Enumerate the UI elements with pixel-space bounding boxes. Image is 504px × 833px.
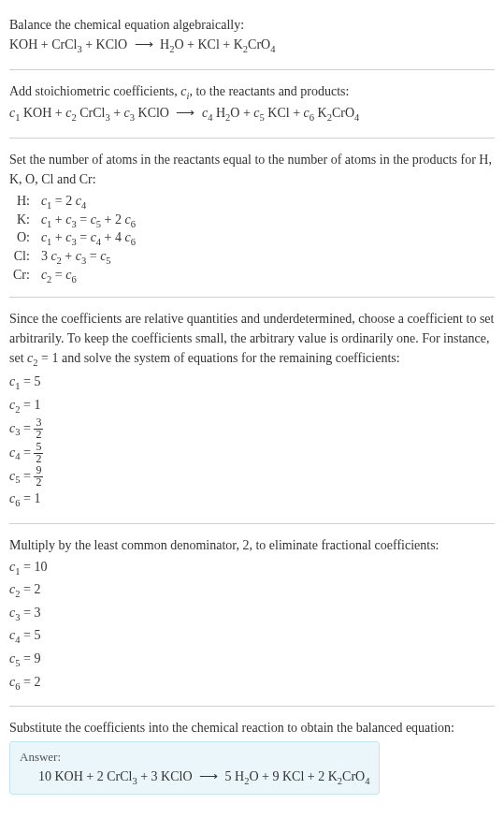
atom-balance-table: H: c1 = 2 c4 K: c1 + c3 = c5 + 2 c6 O: c… xyxy=(9,193,139,285)
section-multiply: Multiply by the least common denominator… xyxy=(9,528,495,703)
section-solve: Since the coefficients are relative quan… xyxy=(9,301,495,519)
divider xyxy=(9,706,495,707)
atom-equation: 3 c2 + c3 = c5 xyxy=(37,248,139,267)
coeff-row: c6 = 1 xyxy=(9,489,495,512)
heading-solve: Since the coefficients are relative quan… xyxy=(9,309,495,371)
section-answer: Substitute the coefficients into the che… xyxy=(9,710,495,802)
divider xyxy=(9,69,495,70)
atom-label: O: xyxy=(9,229,37,248)
section-atom-balance: Set the number of atoms in the reactants… xyxy=(9,142,495,293)
coeff-row: c6 = 2 xyxy=(9,672,495,695)
table-row: Cl: 3 c2 + c3 = c5 xyxy=(9,248,139,267)
coeff-row: c3 = 32 xyxy=(9,417,495,441)
heading-multiply: Multiply by the least common denominator… xyxy=(9,535,495,555)
divider xyxy=(9,138,495,139)
coeff-row: c5 = 92 xyxy=(9,465,495,489)
heading-atom-balance: Set the number of atoms in the reactants… xyxy=(9,150,495,189)
unbalanced-equation: KOH + CrCl3 + KClO ⟶ H2O + KCl + K2CrO4 xyxy=(9,35,495,58)
table-row: Cr: c2 = c6 xyxy=(9,267,139,285)
heading-answer: Substitute the coefficients into the che… xyxy=(9,718,495,738)
atom-equation: c1 = 2 c4 xyxy=(37,193,139,212)
coeff-row: c4 = 52 xyxy=(9,442,495,465)
coeff-row: c4 = 5 xyxy=(9,625,495,649)
atom-equation: c1 + c3 = c4 + 4 c6 xyxy=(37,229,139,248)
coefficient-list-fractional: c1 = 5 c2 = 1 c3 = 32 c4 = 52 c5 = 92 c6… xyxy=(9,372,495,511)
coeff-row: c1 = 10 xyxy=(9,557,495,580)
table-row: K: c1 + c3 = c5 + 2 c6 xyxy=(9,212,139,230)
divider xyxy=(9,297,495,298)
atom-label: Cl: xyxy=(9,248,37,267)
table-row: H: c1 = 2 c4 xyxy=(9,193,139,212)
section-problem: Balance the chemical equation algebraica… xyxy=(9,7,495,66)
balanced-equation: 10 KOH + 2 CrCl3 + 3 KClO ⟶ 5 H2O + 9 KC… xyxy=(20,768,369,786)
atom-equation: c1 + c3 = c5 + 2 c6 xyxy=(37,212,139,230)
divider xyxy=(9,523,495,524)
coefficient-equation: c1 KOH + c2 CrCl3 + c3 KClO ⟶ c4 H2O + c… xyxy=(9,103,495,126)
heading-stoichiometric: Add stoichiometric coefficients, ci, to … xyxy=(9,81,495,104)
atom-equation: c2 = c6 xyxy=(37,267,139,285)
coeff-row: c5 = 9 xyxy=(9,649,495,672)
coeff-row: c1 = 5 xyxy=(9,372,495,395)
table-row: O: c1 + c3 = c4 + 4 c6 xyxy=(9,229,139,248)
heading-problem: Balance the chemical equation algebraica… xyxy=(9,15,495,35)
atom-label: K: xyxy=(9,212,37,230)
coeff-row: c2 = 1 xyxy=(9,395,495,418)
atom-label: Cr: xyxy=(9,267,37,285)
coeff-row: c2 = 2 xyxy=(9,579,495,603)
section-stoichiometric: Add stoichiometric coefficients, ci, to … xyxy=(9,74,495,134)
answer-box: Answer: 10 KOH + 2 CrCl3 + 3 KClO ⟶ 5 H2… xyxy=(9,741,380,795)
atom-label: H: xyxy=(9,193,37,212)
coefficient-list-integer: c1 = 10 c2 = 2 c3 = 3 c4 = 5 c5 = 9 c6 =… xyxy=(9,557,495,695)
answer-label: Answer: xyxy=(20,750,369,765)
coeff-row: c3 = 3 xyxy=(9,603,495,626)
